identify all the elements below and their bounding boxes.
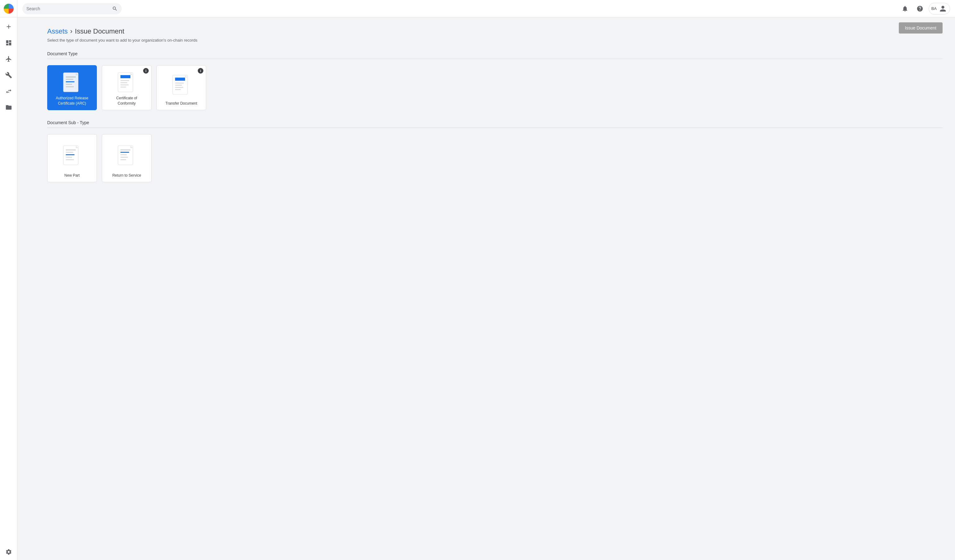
breadcrumb-link-assets[interactable]: Assets bbox=[47, 27, 68, 35]
new-part-icon-area bbox=[62, 139, 82, 173]
breadcrumb: Assets › Issue Document bbox=[47, 27, 942, 35]
svg-rect-27 bbox=[66, 159, 74, 160]
svg-rect-26 bbox=[66, 157, 72, 158]
return-to-service-card-label: Return to Service bbox=[113, 173, 141, 178]
doc-type-card-coc[interactable]: i Certificate ofConformity bbox=[102, 65, 152, 110]
search-input[interactable] bbox=[27, 6, 110, 11]
sidebar-item-tools[interactable] bbox=[0, 67, 17, 83]
transfer-icon-area bbox=[171, 70, 191, 101]
svg-rect-4 bbox=[66, 81, 75, 82]
arc-doc-icon bbox=[62, 72, 82, 94]
svg-rect-9 bbox=[121, 75, 130, 78]
coc-card-label: Certificate ofConformity bbox=[116, 95, 137, 106]
transfer-card-label: Transfer Document bbox=[166, 101, 197, 106]
page-subtitle: Select the type of document you want to … bbox=[47, 38, 942, 42]
svg-rect-24 bbox=[66, 152, 73, 153]
svg-rect-20 bbox=[175, 89, 181, 90]
return-to-service-doc-icon bbox=[117, 145, 136, 167]
svg-rect-3 bbox=[66, 79, 73, 80]
doc-subtype-card-return-to-service[interactable]: Return to Service bbox=[102, 134, 152, 182]
search-box[interactable] bbox=[22, 3, 122, 14]
svg-rect-13 bbox=[121, 87, 126, 88]
top-bar-actions: BA bbox=[899, 3, 950, 15]
new-part-doc-icon bbox=[62, 145, 82, 167]
left-rail bbox=[0, 0, 17, 560]
doc-type-divider bbox=[47, 59, 942, 59]
notifications-button[interactable] bbox=[899, 3, 911, 15]
svg-rect-5 bbox=[66, 84, 72, 85]
doc-type-card-transfer[interactable]: i Transfer Document bbox=[157, 65, 206, 110]
app-logo bbox=[0, 0, 17, 17]
new-part-card-label: New Part bbox=[64, 173, 80, 178]
svg-rect-31 bbox=[121, 152, 129, 153]
svg-rect-18 bbox=[175, 85, 182, 86]
breadcrumb-current: Issue Document bbox=[75, 27, 124, 35]
svg-rect-11 bbox=[121, 82, 127, 83]
breadcrumb-separator: › bbox=[70, 27, 72, 35]
svg-rect-16 bbox=[175, 78, 185, 81]
svg-rect-23 bbox=[66, 149, 76, 150]
coc-info-button[interactable]: i bbox=[143, 68, 149, 74]
doc-subtype-card-new-part[interactable]: New Part bbox=[47, 134, 97, 182]
main-content: Assets › Issue Document Select the type … bbox=[35, 17, 955, 560]
svg-rect-32 bbox=[121, 154, 127, 155]
sidebar-item-settings[interactable] bbox=[0, 544, 17, 560]
sidebar-item-transfer[interactable] bbox=[0, 83, 17, 99]
doc-type-cards-grid: Authorized ReleaseCertificate (ARC) i Ce… bbox=[47, 65, 942, 110]
help-button[interactable] bbox=[914, 3, 926, 15]
coc-icon-area bbox=[117, 70, 136, 95]
transfer-doc-icon bbox=[171, 75, 191, 97]
svg-rect-17 bbox=[175, 83, 184, 83]
search-icon bbox=[112, 6, 117, 11]
doc-type-card-arc[interactable]: Authorized ReleaseCertificate (ARC) bbox=[47, 65, 97, 110]
user-chip[interactable]: BA bbox=[928, 3, 950, 15]
svg-rect-34 bbox=[121, 159, 126, 160]
doc-subtype-section-title: Document Sub - Type bbox=[47, 120, 942, 125]
user-initials: BA bbox=[932, 6, 937, 11]
arc-card-label: Authorized ReleaseCertificate (ARC) bbox=[56, 95, 88, 106]
return-to-service-icon-area bbox=[117, 139, 136, 173]
doc-type-section-title: Document Type bbox=[47, 51, 942, 56]
svg-rect-12 bbox=[121, 84, 128, 85]
svg-rect-19 bbox=[175, 87, 183, 88]
top-bar: BA bbox=[17, 0, 955, 17]
issue-document-button[interactable]: Issue Document bbox=[899, 22, 942, 33]
svg-rect-10 bbox=[121, 80, 129, 81]
user-avatar-icon bbox=[939, 4, 947, 13]
svg-rect-25 bbox=[66, 154, 75, 155]
svg-rect-2 bbox=[66, 77, 76, 78]
svg-rect-6 bbox=[66, 86, 74, 87]
transfer-info-button[interactable]: i bbox=[198, 68, 204, 74]
sidebar-item-dashboard[interactable] bbox=[0, 35, 17, 51]
doc-subtype-cards-grid: New Part Return to Service bbox=[47, 134, 942, 182]
logo-circle bbox=[4, 4, 14, 14]
sidebar-item-folder[interactable] bbox=[0, 99, 17, 116]
svg-rect-30 bbox=[121, 149, 130, 150]
coc-doc-icon bbox=[117, 72, 136, 94]
doc-subtype-divider bbox=[47, 128, 942, 128]
arc-icon-area bbox=[62, 70, 82, 95]
svg-rect-33 bbox=[121, 157, 128, 158]
sidebar-item-add[interactable] bbox=[0, 19, 17, 35]
top-action-area: Issue Document bbox=[899, 22, 942, 33]
sidebar-item-flights[interactable] bbox=[0, 51, 17, 67]
